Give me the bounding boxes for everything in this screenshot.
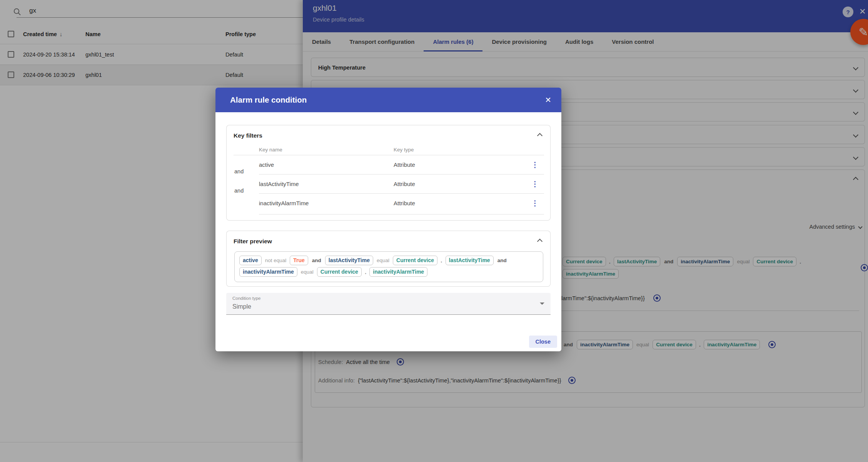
filter-operator-text: and <box>311 258 322 263</box>
key-name-cell: active <box>259 155 274 174</box>
key-type-cell: Attribute <box>394 155 415 174</box>
filter-operator-text: and <box>496 258 508 263</box>
filter-preview-title: Filter preview <box>234 238 272 245</box>
filter-operator-text: equal <box>376 258 390 263</box>
filter-operator-text: not equal <box>264 258 287 263</box>
key-filters-title: Key filters <box>234 132 262 139</box>
row-menu-icon[interactable]: ⋮ <box>531 174 539 193</box>
filter-chip: lastActivityTime <box>325 256 373 265</box>
connector-label: and <box>234 168 244 174</box>
condition-type-value: Simple <box>232 303 251 310</box>
collapse-icon[interactable] <box>537 133 542 138</box>
column-key-name: Key name <box>259 147 282 153</box>
key-filter-row: activeAttribute⋮ <box>227 155 551 174</box>
condition-type-label: Condition type <box>232 296 261 301</box>
collapse-icon[interactable] <box>537 239 542 244</box>
connector-label: and <box>234 188 244 194</box>
filter-preview-card: Filter preview activenot equalTrueandlas… <box>226 231 551 287</box>
key-filters-card: Key filters Key name Key type activeAttr… <box>226 125 551 221</box>
filter-preview-box: activenot equalTrueandlastActivityTimeeq… <box>234 251 543 282</box>
key-type-cell: Attribute <box>394 193 415 213</box>
filter-chip: inactivityAlarmTime <box>239 267 297 277</box>
filter-chip: Current device <box>317 267 362 277</box>
condition-type-select[interactable]: Condition type Simple <box>226 293 551 315</box>
close-button[interactable]: Close <box>529 336 558 348</box>
filter-operator-text: . <box>440 257 442 264</box>
dialog-title: Alarm rule condition <box>230 88 307 112</box>
row-menu-icon[interactable]: ⋮ <box>531 193 539 213</box>
dialog-close-icon[interactable]: ✕ <box>545 95 551 105</box>
page: Created time ↓ Name Profile type 2024-09… <box>0 0 868 462</box>
filter-chip: active <box>239 256 262 265</box>
alarm-rule-condition-dialog: Alarm rule condition ✕ Key filters Key n… <box>215 88 561 351</box>
row-divider <box>259 214 544 214</box>
dropdown-caret-icon <box>540 302 544 305</box>
key-filter-row: lastActivityTimeAttribute⋮ <box>227 174 551 193</box>
column-key-type: Key type <box>394 147 414 153</box>
filter-chip: lastActivityTime <box>446 256 494 265</box>
filter-operator-text: . <box>364 269 367 276</box>
filter-chip: Current device <box>393 256 437 265</box>
key-name-cell: inactivityAlarmTime <box>259 193 309 213</box>
key-type-cell: Attribute <box>394 174 415 193</box>
filter-chip: inactivityAlarmTime <box>369 267 427 277</box>
filter-operator-text: equal <box>300 269 314 275</box>
row-menu-icon[interactable]: ⋮ <box>531 155 539 174</box>
key-name-cell: lastActivityTime <box>259 174 299 193</box>
filter-chip: True <box>290 256 308 265</box>
key-filter-row: inactivityAlarmTimeAttribute⋮ <box>227 193 551 214</box>
dialog-header: Alarm rule condition ✕ <box>215 88 561 112</box>
